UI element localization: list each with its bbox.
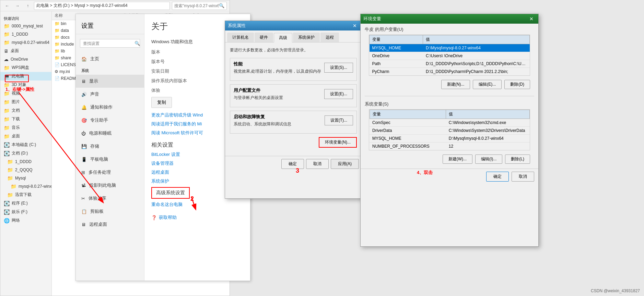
back-button[interactable]: ← (3, 2, 11, 10)
sys-delete-button[interactable]: 删除(L) (505, 155, 530, 164)
sys-var-row-comspec[interactable]: ComSpec C:\Windows\system32\cmd.exe (370, 119, 530, 127)
sv-val-mysql-home: D:\Mysql\mysql-8.0.27-winx64 (446, 135, 530, 143)
sys-col-val: 值 (446, 110, 530, 119)
user-var-row-path[interactable]: Path D:\1_DDDD\Python\Scripts;D:\1_DDDD\… (370, 60, 530, 68)
search-input[interactable] (174, 3, 219, 8)
sidebar-item-thunder[interactable]: 📁迅雷下载 (0, 190, 51, 199)
sidebar-item-docs[interactable]: 📁文档 (0, 106, 51, 115)
uv-name-onedrive: OneDrive (370, 52, 423, 60)
nav-focus[interactable]: 🎯 专注助手 (76, 114, 144, 127)
nav-share[interactable]: ✂ 体验共享 (76, 192, 144, 205)
sidebar-item-pictures[interactable]: 📁图片 (0, 98, 51, 106)
user-vars-table-area[interactable]: 变量 值 MYSQL_HOME D:\Mysql\mysql-8.0.27-wi… (369, 35, 530, 76)
system-section-header: 系统 (76, 67, 144, 75)
sidebar-item-video[interactable]: 📁视频 (0, 89, 51, 98)
user-var-row-onedrive[interactable]: OneDrive C:\Users\ \OneDrive (370, 52, 530, 60)
sidebar-item-c-drive[interactable]: 💽本地磁盘 (C:) (0, 140, 51, 149)
nav-display[interactable]: 🖥 显示 (76, 75, 144, 88)
sidebar-item-onedrive[interactable]: ☁OneDrive (0, 55, 51, 63)
env-dialog-close[interactable]: ✕ (527, 15, 536, 22)
sys-var-row-os[interactable]: OS Windows_NT (370, 150, 530, 151)
sidebar-item-d-drive[interactable]: 💽文档 (D:) (0, 149, 51, 158)
user-var-row-pycharm[interactable]: PyCharm D:\1_DDDD\Pycharm\PyCharm 2021.2… (370, 68, 530, 76)
nav-project[interactable]: 📽 投影到此电脑 (76, 179, 144, 192)
sys-vars-table: 变量 值 ComSpec C:\Windows\system32\cmd.exe… (369, 110, 530, 150)
sidebar-item-1dddd2[interactable]: 📁1_DDDD (0, 158, 51, 166)
home-icon: 🏠 (81, 57, 87, 62)
sys-props-apply-button[interactable]: 应用(A) (331, 159, 359, 169)
sys-var-row-driverdata[interactable]: DriverData C:\Windows\System32\Drivers\D… (370, 127, 530, 135)
startup-settings-button[interactable]: 设置(T)... (325, 115, 353, 125)
nav-clipboard[interactable]: 📋 剪贴板 (76, 205, 144, 218)
startup-section: 启动和故障恢复 系统启动、系统故障和调试信息 设置(T)... (230, 111, 357, 134)
user-delete-button[interactable]: 删除(D) (504, 80, 530, 89)
share-icon: ✂ (81, 196, 85, 201)
sidebar-item-desktop2[interactable]: 📁桌面 (0, 132, 51, 140)
sidebar-item-f-drive[interactable]: 💽娱乐 (F:) (0, 208, 51, 216)
forward-button[interactable]: → (13, 2, 22, 10)
sys-var-row-numproc[interactable]: NUMBER_OF_PROCESSORS 12 (370, 143, 530, 150)
sys-props-cancel-button[interactable]: 取消 (306, 159, 329, 169)
nav-storage[interactable]: 💾 存储 (76, 140, 144, 153)
sv-val-os: Windows_NT (446, 150, 530, 151)
system-properties-dialog: 系统属性 ✕ 计算机名 硬件 高级 系统保护 远程 要进行大多数更改，必须作为管… (225, 21, 362, 199)
nav-multitask[interactable]: ⊞ 多任务处理 (76, 166, 144, 179)
nav-home[interactable]: 🏠 主页 (76, 52, 144, 65)
sidebar-item-network[interactable]: 🌐网络 (0, 216, 51, 225)
sidebar-item-mysql[interactable]: 📁mysql-8.0.27-winx64 (0, 38, 51, 47)
sidebar-item-e-drive[interactable]: 💽程序 (E:) (0, 199, 51, 208)
nav-remote[interactable]: 🖥 远程桌面 (76, 218, 144, 231)
startup-desc: 系统启动、系统故障和调试信息 (234, 121, 291, 127)
perf-settings-button[interactable]: 设置(S)... (324, 63, 353, 73)
sidebar-item-thispc[interactable]: 💻此电脑 (0, 72, 51, 81)
tab-sys-protection[interactable]: 系统保护 (293, 33, 320, 42)
env-ok-button[interactable]: 确定 (486, 172, 509, 182)
sys-props-ok-button[interactable]: 确定 (281, 159, 304, 169)
nav-sound[interactable]: 🔊 声音 (76, 88, 144, 101)
env-cancel-button[interactable]: 取消 (512, 172, 534, 182)
env-vars-button[interactable]: 环境变量(N)... (319, 137, 357, 148)
up-button[interactable]: ↑ (24, 2, 32, 10)
user-profile-settings-button[interactable]: 设置(E)... (324, 89, 353, 99)
sidebar-item-1dddd[interactable]: 📁1_DDDD (0, 30, 51, 38)
sidebar-item-desktop1[interactable]: 🖥桌面 (0, 47, 51, 55)
sidebar-item-2qqqq[interactable]: 📁2_QQQQ (0, 166, 51, 174)
power-icon: ⏻ (81, 131, 86, 136)
advanced-sys-settings-link[interactable]: 高级系统设置 (151, 187, 190, 199)
sidebar-item-3d[interactable]: 📁3D 对象 (0, 81, 51, 89)
sidebar-item-wps[interactable]: 📁WPS网盘 (0, 63, 51, 72)
tab-computer-name[interactable]: 计算机名 (227, 33, 254, 42)
sys-new-button[interactable]: 新建(W)... (443, 155, 472, 164)
nav-power[interactable]: ⏻ 电源和睡眠 (76, 127, 144, 140)
tab-remote[interactable]: 远程 (320, 33, 339, 42)
user-new-button[interactable]: 新建(N)... (441, 80, 470, 89)
sys-var-row-mysql-home[interactable]: MYSQL_HOME D:\Mysql\mysql-8.0.27-winx64 (370, 135, 530, 143)
focus-icon: 🎯 (81, 118, 87, 123)
sidebar-item-mysql2[interactable]: 📁Mysql (0, 174, 51, 182)
tab-hardware[interactable]: 硬件 (255, 33, 273, 42)
uv-val-path: D:\1_DDDD\Python\Scripts;D:\1_DDDD\Pytho… (423, 60, 530, 68)
sidebar: 快速访问 📁0000_mysql_test 📁1_DDDD 📁mysql-8.0… (0, 11, 52, 296)
copy-button[interactable]: 复制 (151, 97, 172, 108)
settings-search-input[interactable] (83, 41, 134, 46)
sys-edit-button[interactable]: 编辑(I)... (475, 155, 502, 164)
startup-row: 启动和故障恢复 系统启动、系统故障和调试信息 设置(T)... (234, 114, 353, 127)
user-vars-section: 牛皮 的用户变量(U) 变量 值 MYSQL_HOME D:\Mysql\mys… (361, 24, 538, 94)
perf-desc: 视觉效果,处理器计划，内存使用，以及虚拟内存 (234, 69, 321, 74)
nav-tablet[interactable]: 📱 平板电脑 (76, 153, 144, 166)
sys-vars-table-area[interactable]: 变量 值 ComSpec C:\Windows\system32\cmd.exe… (369, 109, 530, 150)
sidebar-item-downloads[interactable]: 📁下载 (0, 115, 51, 123)
sidebar-item-music[interactable]: 📁音乐 (0, 123, 51, 132)
user-var-row-temp[interactable]: TEMP C:\Users\ \AppData\Local\Temp (370, 76, 530, 76)
nav-notifications[interactable]: 🔔 通知和操作 (76, 101, 144, 114)
user-edit-button[interactable]: 编辑(E)... (473, 80, 502, 89)
sys-props-close-button[interactable]: ✕ (351, 22, 359, 29)
search-bar[interactable]: 🔍 (172, 2, 227, 10)
sidebar-item-mysql-test[interactable]: 📁0000_mysql_test (0, 22, 51, 30)
user-var-row-mysql[interactable]: MYSQL_HOME D:\Mysql\mysql-8.0.27-winx64 (370, 44, 530, 52)
settings-search-box[interactable]: 🔍 (80, 39, 140, 48)
tab-advanced[interactable]: 高级 (274, 33, 292, 42)
sidebar-item-mysql3[interactable]: 📁mysql-8.0.27-winx4 (0, 182, 51, 190)
link-rename-pc[interactable]: 重命名这台电脑 (151, 201, 243, 208)
get-help-link[interactable]: 获取帮助 (159, 214, 177, 221)
